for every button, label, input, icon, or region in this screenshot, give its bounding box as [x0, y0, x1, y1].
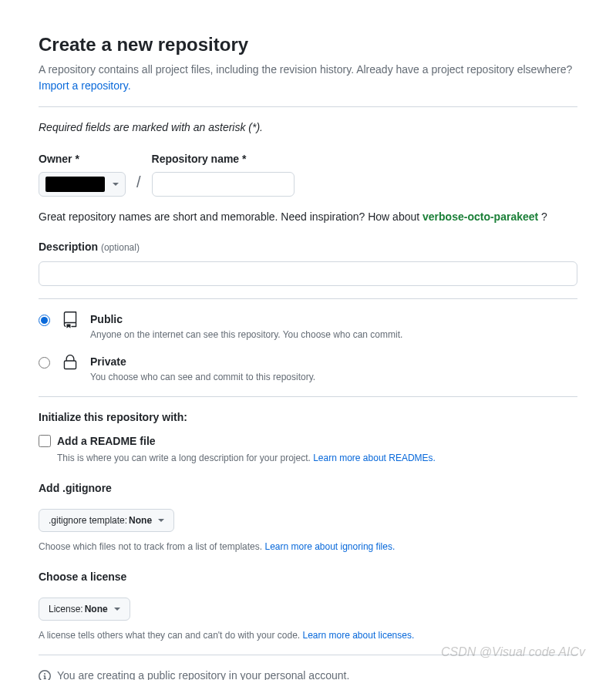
license-helper: A license tells others what they can and… — [39, 628, 577, 642]
description-label: Description (optional) — [39, 239, 577, 255]
divider — [39, 396, 577, 397]
chevron-down-icon — [114, 608, 120, 611]
lock-icon — [61, 354, 79, 371]
readme-learn-link[interactable]: Learn more about READMEs. — [313, 453, 436, 463]
chevron-down-icon — [113, 183, 119, 186]
divider — [39, 655, 577, 655]
gitignore-label: Add .gitignore — [39, 480, 577, 497]
readme-checkbox[interactable] — [39, 435, 51, 447]
watermark: CSDN @Visual code AICv — [441, 643, 585, 661]
repo-name-label: Repository name * — [152, 151, 295, 167]
repo-name-hint: Great repository names are short and mem… — [39, 209, 577, 225]
page-title: Create a new repository — [39, 31, 577, 59]
required-fields-note: Required fields are marked with an aster… — [39, 120, 577, 136]
gitignore-select[interactable]: .gitignore template: None — [39, 509, 174, 532]
public-sub: Anyone on the internet can see this repo… — [90, 328, 402, 342]
info-icon — [39, 670, 51, 681]
repo-icon — [61, 311, 79, 328]
divider — [39, 298, 577, 299]
name-suggestion-link[interactable]: verbose-octo-parakeet — [422, 210, 538, 223]
owner-select[interactable] — [39, 172, 126, 197]
divider — [39, 106, 577, 107]
import-repo-link[interactable]: Import a repository. — [39, 79, 131, 92]
gitignore-helper: Choose which files not to track from a l… — [39, 540, 577, 554]
info-note: You are creating a public repository in … — [39, 668, 577, 680]
description-input[interactable] — [39, 261, 577, 286]
public-title: Public — [90, 311, 402, 328]
license-learn-link[interactable]: Learn more about licenses. — [303, 630, 415, 641]
page-subtitle: A repository contains all project files,… — [39, 62, 577, 94]
owner-avatar — [45, 177, 105, 192]
private-sub: You choose who can see and commit to thi… — [90, 370, 315, 384]
license-label: Choose a license — [39, 569, 577, 585]
repo-name-input[interactable] — [152, 172, 295, 197]
license-select[interactable]: License: None — [39, 598, 130, 621]
path-separator: / — [132, 170, 146, 194]
chevron-down-icon — [158, 519, 164, 522]
readme-sub: This is where you can write a long descr… — [57, 451, 436, 465]
public-radio[interactable] — [39, 315, 50, 326]
private-title: Private — [90, 354, 315, 370]
initialize-heading: Initialize this repository with: — [39, 409, 577, 426]
owner-label: Owner * — [39, 151, 126, 167]
private-radio[interactable] — [39, 357, 50, 369]
readme-title: Add a README file — [57, 433, 436, 449]
gitignore-learn-link[interactable]: Learn more about ignoring files. — [264, 541, 395, 552]
